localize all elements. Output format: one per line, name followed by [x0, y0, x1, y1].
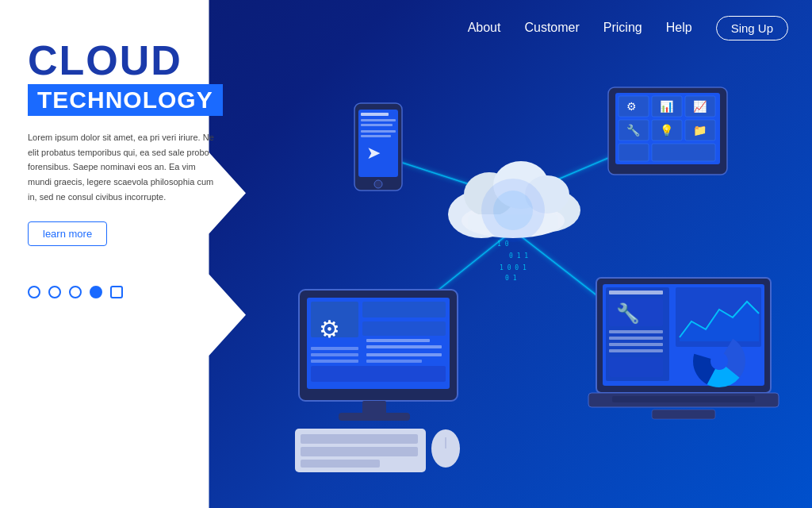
title-tech-box: TECHNOLOGY [28, 84, 223, 116]
svg-rect-84 [612, 396, 755, 402]
svg-text:💡: 💡 [660, 124, 674, 137]
svg-rect-81 [609, 349, 663, 352]
svg-rect-58 [311, 366, 446, 382]
svg-rect-23 [361, 119, 396, 121]
svg-rect-79 [609, 337, 663, 340]
svg-rect-22 [361, 113, 389, 116]
svg-text:⚙: ⚙ [626, 100, 637, 113]
svg-text:📁: 📁 [693, 124, 707, 137]
svg-rect-80 [609, 343, 663, 346]
svg-point-74 [702, 344, 737, 379]
svg-rect-64 [301, 460, 380, 468]
svg-text:1 0: 1 0 [497, 241, 509, 248]
svg-text:1 0 0 1: 1 0 0 1 [500, 264, 527, 271]
svg-rect-82 [609, 357, 663, 377]
svg-rect-51 [366, 339, 430, 342]
desktop-device: ⚙ [295, 290, 460, 472]
svg-text:📊: 📊 [660, 100, 674, 114]
dot-5[interactable] [110, 286, 123, 298]
dot-2[interactable] [48, 286, 61, 298]
slide-dots [28, 286, 218, 298]
nav-signup[interactable]: Sing Up [716, 16, 788, 40]
svg-rect-38 [652, 144, 715, 161]
hero-content: CLOUD TECHNOLOGY Lorem ipsum dolor sit a… [28, 40, 218, 298]
nav-help[interactable]: Help [666, 21, 692, 35]
dot-3[interactable] [69, 286, 82, 298]
svg-rect-54 [311, 353, 358, 356]
nav-customer[interactable]: Customer [524, 21, 579, 35]
svg-point-87 [493, 190, 533, 230]
dot-4[interactable] [90, 286, 102, 298]
navigation: About Customer Pricing Help Sing Up [0, 0, 812, 56]
svg-rect-56 [366, 353, 442, 356]
svg-rect-62 [301, 434, 418, 444]
svg-rect-63 [301, 447, 418, 456]
svg-text:0 1: 0 1 [505, 275, 517, 282]
tablet-device: ⚙ 📊 📈 🔧 💡 📁 [608, 87, 727, 175]
svg-rect-24 [361, 124, 393, 126]
svg-rect-57 [366, 360, 422, 363]
phone-device: ➤ [354, 103, 402, 190]
svg-rect-49 [362, 321, 446, 336]
svg-rect-52 [366, 345, 442, 348]
svg-text:➤: ➤ [366, 143, 381, 163]
hero-description: Lorem ipsum dolor sit amet, ea pri veri … [28, 130, 218, 204]
svg-rect-26 [361, 135, 391, 137]
svg-text:⚙: ⚙ [319, 316, 340, 342]
svg-rect-25 [361, 130, 396, 133]
svg-text:0 1 1: 0 1 1 [509, 252, 528, 260]
nav-pricing[interactable]: Pricing [603, 21, 642, 35]
svg-point-27 [374, 180, 382, 188]
svg-rect-37 [619, 144, 649, 161]
svg-rect-85 [652, 410, 715, 419]
dot-1[interactable] [28, 286, 40, 298]
illustration-area: 1 0 0 1 1 1 0 0 1 0 1 ➤ [214, 56, 812, 508]
svg-rect-60 [339, 413, 410, 421]
title-tech: TECHNOLOGY [37, 87, 213, 113]
svg-rect-48 [362, 302, 446, 318]
learn-more-button[interactable]: learn more [28, 221, 107, 246]
svg-rect-53 [311, 347, 358, 350]
svg-rect-55 [311, 360, 358, 363]
laptop-device: 🔧 [588, 278, 779, 419]
svg-rect-78 [609, 330, 663, 333]
nav-about[interactable]: About [468, 21, 501, 35]
svg-text:🔧: 🔧 [626, 124, 641, 137]
scene-svg: 1 0 0 1 1 1 0 0 1 0 1 ➤ [216, 56, 810, 508]
svg-text:🔧: 🔧 [616, 302, 640, 325]
svg-rect-75 [609, 291, 663, 294]
svg-text:📈: 📈 [693, 100, 707, 114]
